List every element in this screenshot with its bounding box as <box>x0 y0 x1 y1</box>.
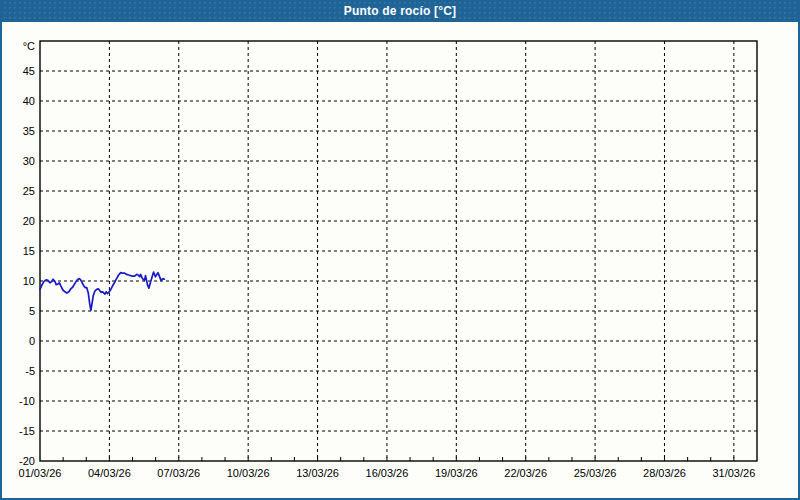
x-tick-label: 01/03/26 <box>19 467 62 479</box>
x-tick-label: 19/03/26 <box>435 467 478 479</box>
x-tick-label: 13/03/26 <box>296 467 339 479</box>
x-tick-label: 16/03/26 <box>366 467 409 479</box>
y-tick-label: 40 <box>23 95 35 107</box>
y-tick-label: 10 <box>23 275 35 287</box>
x-tick-label: 04/03/26 <box>88 467 131 479</box>
y-tick-label: 45 <box>23 65 35 77</box>
x-tick-label: 10/03/26 <box>227 467 270 479</box>
y-axis-unit-label: °C <box>23 40 35 52</box>
chart-title-bar: Punto de rocío [°C] <box>2 0 798 22</box>
x-tick-label: 31/03/26 <box>712 467 755 479</box>
y-tick-label: -5 <box>25 365 35 377</box>
y-tick-label: 15 <box>23 245 35 257</box>
chart-window: Punto de rocío [°C] -20-15-10-5051015202… <box>0 0 800 500</box>
dewpoint-line <box>40 272 164 310</box>
y-tick-label: -15 <box>19 425 35 437</box>
y-tick-label: 20 <box>23 215 35 227</box>
x-tick-label: 25/03/26 <box>574 467 617 479</box>
x-tick-label: 07/03/26 <box>157 467 200 479</box>
y-tick-label: -10 <box>19 395 35 407</box>
x-tick-label: 22/03/26 <box>504 467 547 479</box>
dewpoint-chart-canvas: -20-15-10-5051015202530354045°C01/03/260… <box>2 22 798 498</box>
chart-title: Punto de rocío [°C] <box>344 4 457 18</box>
y-tick-label: 25 <box>23 185 35 197</box>
plot-border <box>40 41 757 461</box>
y-tick-label: 5 <box>29 305 35 317</box>
x-tick-label: 28/03/26 <box>643 467 686 479</box>
y-tick-label: 0 <box>29 335 35 347</box>
y-tick-label: -20 <box>19 455 35 467</box>
y-tick-label: 35 <box>23 125 35 137</box>
y-tick-label: 30 <box>23 155 35 167</box>
chart-content: -20-15-10-5051015202530354045°C01/03/260… <box>2 22 798 498</box>
